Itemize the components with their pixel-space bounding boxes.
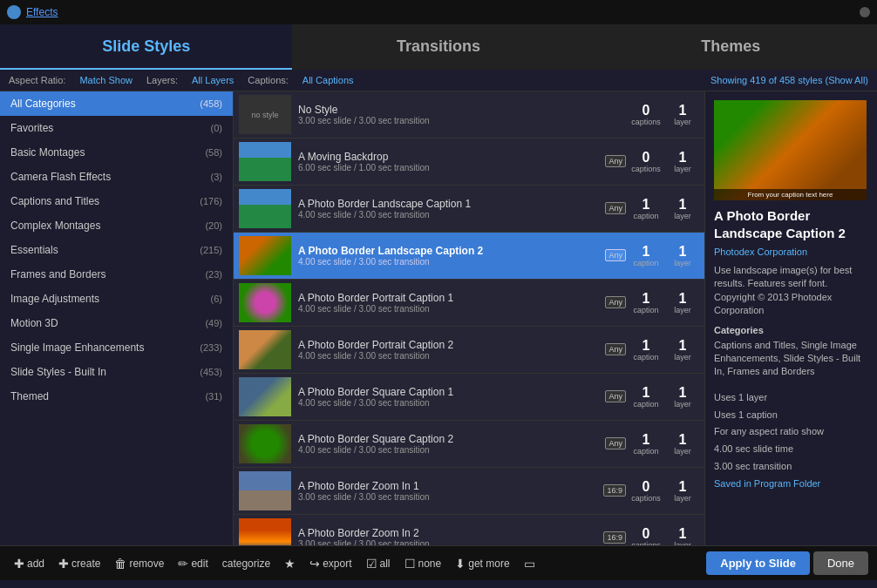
get-more-button[interactable]: ⬇ get more xyxy=(450,554,514,573)
meta-captions: 0 captions xyxy=(629,150,663,174)
style-info: A Photo Border Portrait Caption 2 4.00 s… xyxy=(298,339,598,361)
preview-caption: From your caption text here xyxy=(714,189,867,200)
style-info: A Photo Border Zoom In 1 3.00 sec slide … xyxy=(298,480,596,502)
export-button[interactable]: ↪ export xyxy=(304,554,357,573)
all-button[interactable]: ☑ all xyxy=(361,554,396,573)
tab-transitions[interactable]: Transitions xyxy=(292,24,584,70)
sidebar-item-all-categories[interactable]: All Categories (458) xyxy=(0,91,233,116)
style-name: A Photo Border Portrait Caption 1 xyxy=(298,292,598,304)
tab-slide-styles[interactable]: Slide Styles xyxy=(0,24,292,70)
style-name: A Photo Border Square Caption 2 xyxy=(298,433,598,445)
sidebar-item-slide-styles-builtin[interactable]: Slide Styles - Built In (453) xyxy=(0,360,233,384)
aspect-ratio-value[interactable]: Match Show xyxy=(79,75,133,85)
add-button[interactable]: ✚ add xyxy=(9,554,50,573)
tab-themes[interactable]: Themes xyxy=(585,24,877,70)
create-button[interactable]: ✚ create xyxy=(53,554,105,573)
view-toggle-button[interactable]: ▭ xyxy=(519,554,540,573)
preview-author[interactable]: Photodex Corporation xyxy=(714,247,868,257)
style-name: A Photo Border Landscape Caption 2 xyxy=(298,245,598,257)
style-sub: 3.00 sec slide / 3.00 sec transition xyxy=(298,492,596,502)
style-thumb xyxy=(239,330,291,369)
list-item[interactable]: A Photo Border Portrait Caption 1 4.00 s… xyxy=(234,280,704,327)
captions-value[interactable]: All Captions xyxy=(303,75,354,85)
done-button[interactable]: Done xyxy=(813,551,868,575)
main-content: All Categories (458) Favorites (0) Basic… xyxy=(0,91,877,545)
style-sub: 3.00 sec slide / 3.00 sec transition xyxy=(298,116,622,125)
style-name: No Style xyxy=(298,104,622,116)
remove-icon: 🗑 xyxy=(114,557,126,571)
style-thumb xyxy=(239,142,291,181)
list-item[interactable]: A Photo Border Square Caption 1 4.00 sec… xyxy=(234,374,704,421)
sidebar-item-essentials[interactable]: Essentials (215) xyxy=(0,238,233,262)
style-info: A Photo Border Square Caption 2 4.00 sec… xyxy=(298,433,598,455)
categorize-button[interactable]: categorize xyxy=(217,555,275,572)
star-button[interactable]: ★ xyxy=(279,554,301,573)
aspect-badge: Any xyxy=(605,296,626,308)
sidebar-item-favorites[interactable]: Favorites (0) xyxy=(0,116,233,140)
bottom-toolbar: ✚ add ✚ create 🗑 remove ✏ edit categoriz… xyxy=(0,545,877,580)
style-meta: Any 1 caption 1 layer xyxy=(605,244,699,268)
list-item[interactable]: A Moving Backdrop 6.00 sec slide / 1.00 … xyxy=(234,139,704,186)
view-icon: ▭ xyxy=(524,557,535,571)
style-thumb-nostyle: no style xyxy=(239,95,291,134)
title-bar: Effects xyxy=(0,0,877,24)
style-thumb xyxy=(239,424,291,463)
style-sub: 4.00 sec slide / 3.00 sec transition xyxy=(298,210,598,220)
style-sub: 4.00 sec slide / 3.00 sec transition xyxy=(298,257,598,267)
app-title[interactable]: Effects xyxy=(26,6,58,18)
style-name: A Photo Border Zoom In 2 xyxy=(298,527,596,539)
saved-location[interactable]: Saved in Program Folder xyxy=(714,476,868,493)
style-info: A Photo Border Landscape Caption 2 4.00 … xyxy=(298,245,598,267)
list-item[interactable]: A Photo Border Landscape Caption 1 4.00 … xyxy=(234,186,704,233)
style-meta: Any 0 captions 1 layer xyxy=(605,150,699,174)
style-meta: Any 1 caption 1 layer xyxy=(605,385,699,409)
window-control[interactable] xyxy=(860,7,870,17)
style-info: A Photo Border Zoom In 2 3.00 sec slide … xyxy=(298,527,596,545)
aspect-ratio-label: Aspect Ratio: xyxy=(9,75,65,85)
style-thumb xyxy=(239,189,291,228)
meta-layers: 1 layer xyxy=(666,479,699,504)
sidebar-item-frames-borders[interactable]: Frames and Borders (23) xyxy=(0,262,233,287)
meta-layers: 1 layer xyxy=(666,244,699,268)
sidebar-item-camera-flash[interactable]: Camera Flash Effects (3) xyxy=(0,165,233,189)
aspect-badge: Any xyxy=(605,390,626,402)
edit-button[interactable]: ✏ edit xyxy=(173,554,213,573)
apply-slide-button[interactable]: Apply to Slide xyxy=(706,551,810,575)
meta-captions: 1 caption xyxy=(629,338,663,362)
create-icon: ✚ xyxy=(58,557,69,571)
sidebar-item-captions-titles[interactable]: Captions and Titles (176) xyxy=(0,189,233,213)
tab-header: Slide Styles Transitions Themes xyxy=(0,24,877,70)
style-sub: 4.00 sec slide / 3.00 sec transition xyxy=(298,304,598,314)
sidebar-item-image-adjustments[interactable]: Image Adjustments (6) xyxy=(0,287,233,311)
sidebar-item-motion-3d[interactable]: Motion 3D (49) xyxy=(0,311,233,335)
list-item[interactable]: A Photo Border Zoom In 1 3.00 sec slide … xyxy=(234,468,704,515)
style-meta: 16:9 0 captions 1 layer xyxy=(603,479,699,504)
style-info: A Photo Border Square Caption 1 4.00 sec… xyxy=(298,386,598,408)
sidebar-item-basic-montages[interactable]: Basic Montages (58) xyxy=(0,140,233,165)
layers-value[interactable]: All Layers xyxy=(192,75,234,85)
style-thumb xyxy=(239,471,291,510)
none-button[interactable]: ☐ none xyxy=(399,554,447,573)
list-item[interactable]: A Photo Border Zoom In 2 3.00 sec slide … xyxy=(234,515,704,545)
list-item[interactable]: A Photo Border Square Caption 2 4.00 sec… xyxy=(234,421,704,468)
sidebar-item-single-image[interactable]: Single Image Enhancements (233) xyxy=(0,335,233,360)
style-thumb xyxy=(239,377,291,416)
aspect-badge: Any xyxy=(605,202,626,214)
remove-button[interactable]: 🗑 remove xyxy=(109,554,169,573)
meta-captions: 1 caption xyxy=(629,385,663,409)
meta-layers: 1 layer xyxy=(666,526,699,545)
sidebar-item-themed[interactable]: Themed (31) xyxy=(0,384,233,409)
aspect-badge: 16:9 xyxy=(603,484,626,497)
style-sub: 4.00 sec slide / 3.00 sec transition xyxy=(298,351,598,361)
list-item[interactable]: A Photo Border Landscape Caption 2 4.00 … xyxy=(234,233,704,280)
preview-image: From your caption text here xyxy=(714,100,867,200)
edit-icon: ✏ xyxy=(178,557,188,571)
meta-layers: 1 layer xyxy=(666,291,699,315)
meta-layers: 1 layer xyxy=(666,150,699,174)
add-icon: ✚ xyxy=(14,557,24,571)
list-item[interactable]: A Photo Border Portrait Caption 2 4.00 s… xyxy=(234,327,704,374)
nostyle-label: no style xyxy=(251,111,278,119)
meta-captions: 1 caption xyxy=(629,197,663,221)
list-item[interactable]: no style No Style 3.00 sec slide / 3.00 … xyxy=(234,91,704,139)
sidebar-item-complex-montages[interactable]: Complex Montages (20) xyxy=(0,213,233,238)
